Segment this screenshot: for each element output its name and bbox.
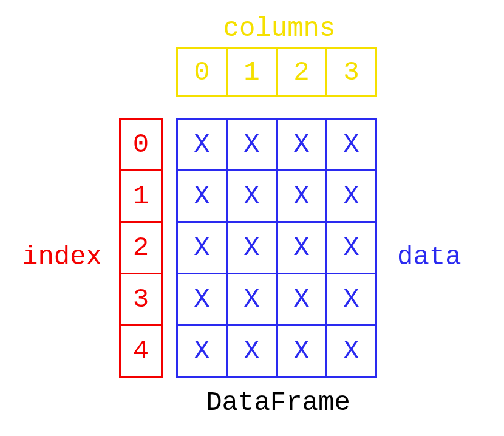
data-cell: X — [226, 324, 278, 378]
index-cell: 1 — [119, 169, 163, 223]
data-cell: X — [226, 221, 278, 274]
data-cell: X — [176, 221, 228, 274]
data-cell: X — [176, 118, 228, 171]
data-cell: X — [325, 324, 377, 378]
index-cell: 3 — [119, 273, 163, 326]
data-row: X X X X — [176, 169, 377, 223]
index-cell: 4 — [119, 324, 163, 378]
data-cell: X — [226, 169, 278, 223]
index-label: index — [22, 242, 102, 272]
dataframe-diagram: columns 0 1 2 3 index 0 1 2 3 4 data X X… — [0, 0, 504, 436]
data-cell: X — [226, 118, 278, 171]
data-cell: X — [276, 324, 327, 378]
index-cell: 2 — [119, 221, 163, 274]
data-cell: X — [325, 118, 377, 171]
column-header-cell: 1 — [226, 47, 278, 97]
column-header-cell: 2 — [276, 47, 327, 97]
columns-header-row: 0 1 2 3 — [176, 47, 377, 97]
data-cell: X — [325, 169, 377, 223]
data-cell: X — [276, 273, 327, 326]
data-cell: X — [176, 273, 228, 326]
data-cell: X — [325, 273, 377, 326]
data-cell: X — [325, 221, 377, 274]
column-header-cell: 3 — [325, 47, 377, 97]
columns-label: columns — [176, 13, 383, 44]
data-cell: X — [176, 169, 228, 223]
data-cell: X — [276, 118, 327, 171]
data-cell: X — [276, 221, 327, 274]
data-cell: X — [176, 324, 228, 378]
data-row: X X X X — [176, 273, 377, 326]
data-row: X X X X — [176, 221, 377, 274]
data-grid: X X X X X X X X X X X X X X X X X X X X — [176, 118, 377, 378]
data-cell: X — [276, 169, 327, 223]
data-row: X X X X — [176, 324, 377, 378]
data-row: X X X X — [176, 118, 377, 171]
column-header-cell: 0 — [176, 47, 228, 97]
data-label: data — [397, 242, 461, 272]
index-column: 0 1 2 3 4 — [119, 118, 163, 378]
data-cell: X — [226, 273, 278, 326]
diagram-title: DataFrame — [146, 387, 410, 418]
index-cell: 0 — [119, 118, 163, 171]
